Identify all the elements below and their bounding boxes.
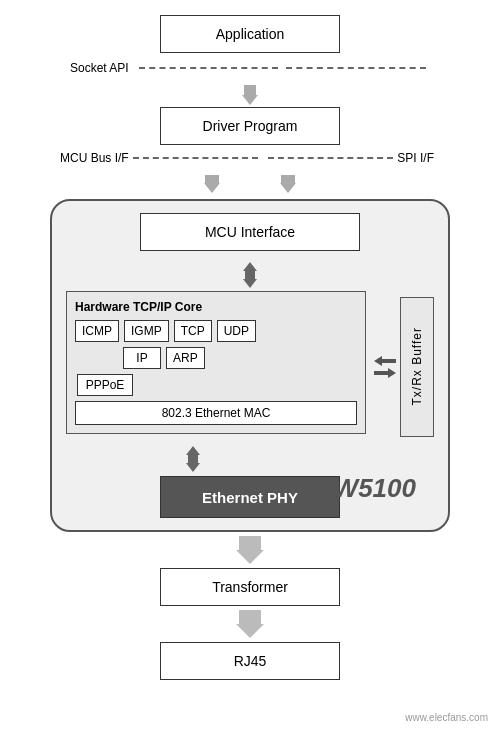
arp-box: ARP	[166, 347, 205, 369]
socket-api-dashed-line	[139, 67, 279, 69]
protocol-row-1: ICMP IGMP TCP UDP	[75, 320, 357, 342]
fat-arrow-head-2	[236, 624, 264, 638]
arrow-head	[242, 95, 258, 105]
eth-phy-label: Ethernet PHY	[202, 489, 298, 506]
tcp-core-box: Hardware TCP/IP Core ICMP IGMP TCP UDP I…	[66, 291, 366, 434]
chip-label: W5100	[334, 473, 416, 504]
phy-row: Ethernet PHY W5100	[66, 476, 434, 518]
application-label: Application	[216, 26, 285, 42]
arrow-down-head	[243, 279, 257, 288]
arrow-shaft-mid	[245, 271, 255, 279]
txrx-label: Tx/Rx Buffer	[410, 327, 424, 405]
fat-arrow-head-1	[236, 550, 264, 564]
mcu-dashed-line2	[268, 157, 393, 159]
txrx-buffer-box: Tx/Rx Buffer	[400, 297, 434, 437]
transformer-label: Transformer	[212, 579, 288, 595]
igmp-box: IGMP	[124, 320, 169, 342]
bidir-arrow-phy	[186, 446, 200, 472]
fat-arrow-outer-to-transformer	[236, 536, 264, 564]
arrow-app-to-driver	[242, 85, 258, 105]
application-box: Application	[160, 15, 340, 53]
mcu-interface-box: MCU Interface	[140, 213, 360, 251]
horiz-bidir	[374, 356, 396, 378]
fat-arrow-shaft-1	[239, 536, 261, 550]
socket-api-label: Socket API	[70, 61, 129, 75]
fat-arrow-shaft-2	[239, 610, 261, 624]
spi-label: SPI I/F	[397, 151, 434, 165]
socket-api-dashed-line2	[286, 67, 426, 69]
pppoe-row: PPPoE	[75, 374, 357, 396]
tcp-box: TCP	[174, 320, 212, 342]
pppoe-box: PPPoE	[77, 374, 133, 396]
fat-arrow-to-rj45	[236, 610, 264, 638]
udp-box: UDP	[217, 320, 256, 342]
watermark-text: www.elecfans.com	[405, 712, 488, 723]
watermark: www.elecfans.com	[405, 712, 488, 723]
arrow-left	[204, 175, 220, 193]
driver-program-label: Driver Program	[203, 118, 298, 134]
txrx-area: Tx/Rx Buffer	[374, 297, 434, 437]
chip-outer-box: MCU Interface Hardware TCP/IP Core ICMP …	[50, 199, 450, 532]
mcu-bus-label: MCU Bus I/F	[60, 151, 129, 165]
icmp-box: ICMP	[75, 320, 119, 342]
arrow-up-head	[243, 262, 257, 271]
ip-box: IP	[123, 347, 161, 369]
transformer-box: Transformer	[160, 568, 340, 606]
rj45-box: RJ45	[160, 642, 340, 680]
driver-program-box: Driver Program	[160, 107, 340, 145]
tcp-core-title: Hardware TCP/IP Core	[75, 300, 202, 314]
tcp-buffer-row: Hardware TCP/IP Core ICMP IGMP TCP UDP I…	[66, 291, 434, 442]
mcu-dashed-line1	[133, 157, 258, 159]
two-arrows-down	[60, 173, 440, 195]
mac-label: 802.3 Ethernet MAC	[162, 406, 271, 420]
mcu-interface-label: MCU Interface	[205, 224, 295, 240]
eth-phy-box: Ethernet PHY	[160, 476, 340, 518]
diagram-container: Application Socket API Driver Program MC…	[0, 0, 500, 729]
bidir-arrow-mcu	[243, 262, 257, 288]
socket-api-row: Socket API	[70, 59, 430, 77]
protocol-row-2: IP ARP	[75, 347, 357, 369]
arrow-right	[280, 175, 296, 193]
mac-box: 802.3 Ethernet MAC	[75, 401, 357, 425]
mcu-bus-row: MCU Bus I/F SPI I/F	[60, 148, 440, 168]
rj45-label: RJ45	[234, 653, 267, 669]
arrow-shaft	[244, 85, 256, 95]
